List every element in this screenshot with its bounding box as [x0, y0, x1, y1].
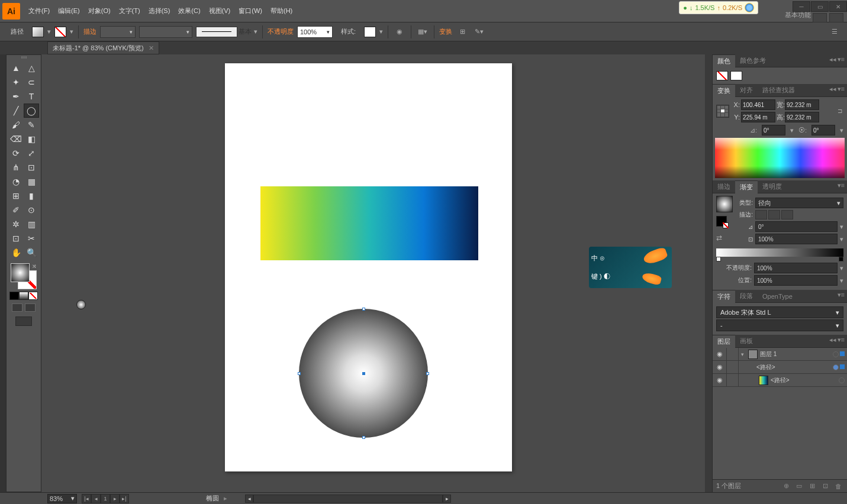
hscroll-track[interactable] — [253, 495, 443, 503]
font-family-select[interactable]: Adobe 宋体 Std L▾ — [716, 306, 843, 318]
width-tool[interactable]: ⋔ — [8, 160, 24, 175]
screen-normal[interactable] — [12, 303, 22, 312]
perspective-tool[interactable]: ▦ — [24, 175, 39, 189]
panel-menu-icon[interactable]: ☰ — [828, 26, 841, 38]
h-input[interactable]: 92.232 m — [785, 112, 819, 122]
font-weight-select[interactable]: -▾ — [716, 319, 843, 331]
artboard[interactable] — [225, 63, 512, 471]
gradient-stop-end[interactable] — [839, 257, 843, 261]
stroke-weight-select[interactable] — [100, 26, 136, 38]
gradient-opacity-input[interactable]: 100% — [754, 263, 838, 273]
mode-none[interactable] — [28, 292, 38, 300]
opacity-link-label[interactable]: 不透明度 — [268, 27, 294, 36]
expand-toggle[interactable]: ▾ — [739, 351, 746, 357]
reverse-gradient-icon[interactable]: ⇄ — [716, 234, 733, 242]
tab-transparency-panel[interactable]: 透明度 — [758, 180, 787, 193]
menu-effect[interactable]: 效果(C) — [175, 4, 204, 18]
menu-window[interactable]: 窗口(W) — [235, 4, 266, 18]
delete-layer-icon[interactable]: 🗑 — [833, 482, 843, 491]
isolate-icon[interactable]: ⊞ — [456, 26, 469, 38]
stroke-grad-2[interactable] — [768, 210, 780, 219]
ie-icon[interactable] — [745, 3, 754, 12]
gradient-stop-start[interactable] — [716, 257, 721, 261]
reference-point[interactable] — [716, 105, 729, 118]
menu-view[interactable]: 视图(V) — [205, 4, 234, 18]
lasso-tool[interactable]: ⊂ — [24, 75, 39, 89]
workspace-switcher[interactable]: 基本功能 ▾ — [785, 11, 816, 20]
artboard-number[interactable]: 1 — [101, 494, 110, 503]
tab-transform[interactable]: 变换 — [713, 84, 735, 97]
graph-tool[interactable]: ▥ — [24, 217, 39, 231]
new-sublayer-icon[interactable]: ⊞ — [807, 482, 817, 491]
layer-name[interactable]: 图层 1 — [760, 350, 833, 358]
shape-builder-tool[interactable]: ◔ — [8, 175, 24, 189]
ellipse-object[interactable] — [299, 309, 428, 438]
lock-toggle[interactable] — [727, 348, 739, 360]
color-none-swatch[interactable] — [716, 71, 728, 80]
gradient-location-input[interactable]: 100% — [754, 275, 838, 286]
selection-tool[interactable]: ▲ — [8, 61, 24, 75]
menu-object[interactable]: 对象(O) — [85, 4, 114, 18]
paintbrush-tool[interactable]: 🖌 — [8, 118, 24, 132]
grid-view-btn[interactable] — [829, 13, 843, 22]
minimize-button[interactable]: ─ — [793, 1, 810, 12]
fill-box[interactable] — [11, 263, 30, 282]
locate-object-icon[interactable]: ⊕ — [781, 482, 791, 491]
tab-color[interactable]: 颜色 — [713, 54, 735, 67]
type-tool[interactable]: T — [24, 89, 39, 104]
panel-dock-strip[interactable] — [705, 54, 712, 492]
tab-layers[interactable]: 图层 — [713, 335, 735, 348]
arrange-btn[interactable] — [813, 13, 827, 22]
magic-wand-tool[interactable]: ✦ — [8, 75, 24, 89]
new-layer-icon[interactable]: ⊡ — [820, 482, 830, 491]
tab-artboards[interactable]: 画板 — [735, 335, 758, 347]
zoom-tool[interactable]: 🔍 — [24, 245, 39, 260]
gradient-angle-input[interactable]: 0° — [755, 221, 838, 232]
scale-tool[interactable]: ⤢ — [24, 146, 39, 160]
stroke-grad-3[interactable] — [781, 210, 793, 219]
ellipse-tool[interactable]: ◯ — [24, 104, 39, 118]
blend-tool[interactable]: ⊙ — [24, 203, 39, 217]
zoom-input[interactable]: 83%▾ — [47, 494, 77, 503]
edit-icon[interactable]: ✎▾ — [472, 26, 485, 38]
recolor-icon[interactable]: ◉ — [393, 26, 406, 38]
layer-row[interactable]: ◉ <路径> — [713, 374, 847, 387]
menu-file[interactable]: 文件(F) — [25, 4, 53, 18]
gradient-strip[interactable] — [716, 248, 843, 257]
mode-gradient[interactable] — [19, 292, 28, 300]
line-tool[interactable]: ╱ — [8, 104, 24, 118]
shear-input[interactable]: 0° — [811, 125, 835, 135]
rotate-tool[interactable]: ⟳ — [8, 146, 24, 160]
fill-swatch[interactable] — [32, 27, 44, 37]
stroke-link-label[interactable]: 描边 — [83, 27, 96, 36]
free-transform-tool[interactable]: ⊡ — [24, 160, 39, 175]
transform-link-label[interactable]: 变换 — [439, 27, 452, 36]
maximize-button[interactable]: ▭ — [811, 1, 829, 12]
style-swatch[interactable] — [364, 27, 376, 37]
visibility-toggle[interactable]: ◉ — [713, 348, 727, 360]
tab-align[interactable]: 对齐 — [735, 84, 758, 96]
screen-full[interactable] — [25, 303, 36, 312]
constrain-wh-icon[interactable]: ⊐ — [836, 108, 843, 114]
first-artboard[interactable]: |◂ — [82, 494, 91, 503]
menu-edit[interactable]: 编辑(E) — [54, 4, 83, 18]
color-spectrum[interactable] — [715, 138, 845, 178]
tab-paragraph[interactable]: 段落 — [735, 290, 758, 302]
swap-fill-stroke-icon[interactable]: ⤭ — [32, 263, 37, 269]
draw-mode[interactable] — [12, 315, 36, 327]
mesh-tool[interactable]: ⊞ — [8, 189, 24, 203]
pencil-tool[interactable]: ✎ — [24, 118, 39, 132]
path-name[interactable]: <路径> — [771, 376, 839, 385]
tab-opentype[interactable]: OpenType — [758, 291, 797, 302]
menu-select[interactable]: 选择(S) — [145, 4, 174, 18]
lock-toggle[interactable] — [727, 361, 739, 373]
opacity-select[interactable]: 100% — [297, 26, 333, 38]
menu-help[interactable]: 帮助(H) — [267, 4, 296, 18]
gradient-sample[interactable] — [716, 196, 733, 212]
document-tab[interactable]: 未标题-1* @ 83% (CMYK/预览) ✕ — [47, 41, 159, 54]
slice-tool[interactable]: ✂ — [24, 231, 39, 245]
direct-selection-tool[interactable]: △ — [24, 61, 39, 75]
visibility-toggle[interactable]: ◉ — [713, 361, 727, 373]
tab-gradient-panel[interactable]: 渐变 — [735, 180, 758, 193]
last-artboard[interactable]: ▸| — [120, 494, 129, 503]
